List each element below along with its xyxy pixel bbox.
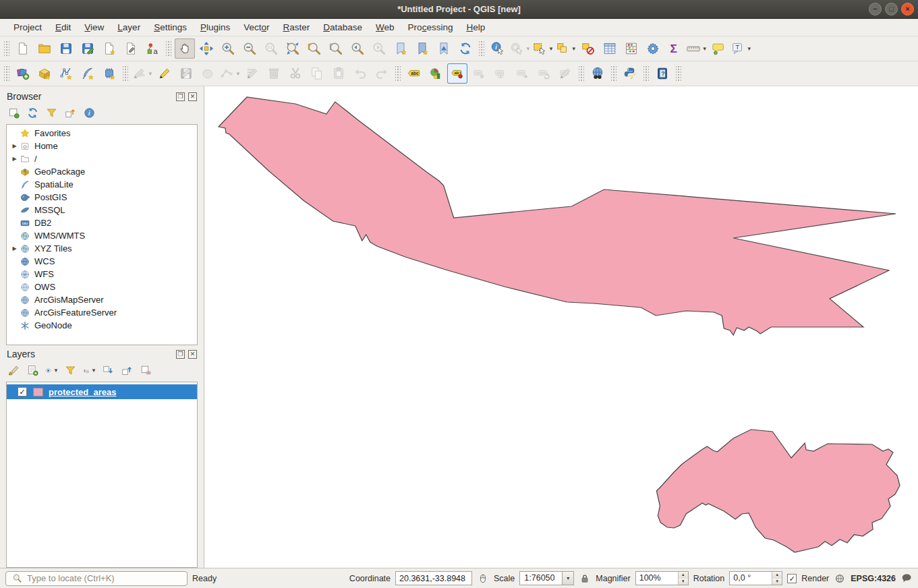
add-selected-layers-button[interactable] [7, 106, 21, 120]
messages-icon[interactable] [900, 572, 913, 585]
current-edits-button[interactable]: ▼ [132, 63, 153, 84]
layer-row-protected_areas[interactable]: ✓protected_areas [7, 384, 197, 399]
browser-item-wcs[interactable]: WCS [7, 255, 197, 268]
new-project-button[interactable] [13, 38, 33, 59]
layers-close-button[interactable]: ✕ [188, 350, 197, 359]
show-layout-manager-button[interactable] [121, 38, 141, 59]
modify-attributes-button[interactable] [242, 63, 262, 84]
magnifier-spinbox[interactable]: 100% ▲▼ [635, 571, 689, 585]
identify-features-button[interactable]: i [488, 38, 508, 59]
browser-item-wfs[interactable]: VWFS [7, 268, 197, 281]
dropdown-arrow-icon[interactable]: ▼ [525, 46, 531, 52]
zoom-last-button[interactable] [347, 38, 368, 59]
browser-item--[interactable]: ▶/ [7, 152, 197, 165]
menu-settings[interactable]: Settings [147, 20, 194, 35]
dropdown-arrow-icon[interactable]: ▼ [747, 46, 752, 52]
layer-visibility-checkbox[interactable]: ✓ [18, 387, 27, 396]
text-annotation-button[interactable]: T▼ [730, 38, 752, 59]
cut-features-button[interactable] [285, 63, 306, 84]
open-attribute-table-button[interactable] [600, 38, 620, 59]
browser-item-mssql[interactable]: MSSQL [7, 204, 197, 216]
layer-labeling-button[interactable]: abc [404, 63, 424, 84]
expander-icon[interactable]: ▶ [10, 143, 19, 149]
browser-item-geopackage[interactable]: GeoPackage [7, 165, 197, 178]
browser-float-button[interactable]: ❐ [176, 92, 185, 101]
menu-view[interactable]: View [78, 20, 111, 35]
browser-item-home[interactable]: ▶Home [7, 140, 197, 152]
measure-line-button[interactable]: ▼ [686, 38, 708, 59]
dropdown-arrow-icon[interactable]: ▼ [702, 46, 708, 52]
add-group-button[interactable] [26, 363, 40, 378]
dropdown-arrow-icon[interactable]: ▼ [148, 71, 153, 77]
save-layer-edits-button[interactable] [176, 63, 196, 84]
layers-float-button[interactable]: ❐ [176, 350, 185, 359]
metasearch-button[interactable] [587, 63, 608, 84]
move-label-button[interactable]: abc [512, 63, 532, 84]
filter-browser-button[interactable] [45, 106, 59, 120]
open-layer-styling-button[interactable] [7, 363, 21, 378]
browser-item-db2[interactable]: DB2DB2 [7, 216, 197, 229]
redo-button[interactable] [372, 63, 392, 84]
dropdown-arrow-icon[interactable]: ▼ [548, 46, 554, 52]
map-canvas[interactable] [204, 86, 918, 568]
titlebar[interactable]: *Untitled Project - QGIS [new] −□× [0, 0, 918, 19]
refresh-browser-button[interactable] [26, 106, 40, 120]
refresh-map-button[interactable] [455, 38, 476, 59]
browser-item-spatialite[interactable]: SpatiaLite [7, 178, 197, 191]
browser-item-wms-wmts[interactable]: WMS/WMTS [7, 229, 197, 242]
new-geopackage-layer-button[interactable] [34, 63, 55, 84]
rotation-spinbox[interactable]: 0,0 ° ▲▼ [729, 571, 782, 585]
magnifier-spin-buttons[interactable]: ▲▼ [678, 572, 688, 585]
new-shapefile-layer-button[interactable] [56, 63, 76, 84]
dropdown-arrow-icon[interactable]: ▼ [571, 46, 577, 52]
render-checkbox[interactable]: ✓ [787, 574, 797, 583]
expander-icon[interactable]: ▶ [10, 245, 19, 252]
toggle-editing-button[interactable] [154, 63, 175, 84]
map-tips-button[interactable] [709, 38, 729, 59]
browser-close-button[interactable]: ✕ [188, 92, 197, 101]
browser-item-postgis[interactable]: PostGIS [7, 191, 197, 204]
save-project-button[interactable] [56, 38, 76, 59]
select-features-button[interactable]: ▼ [532, 38, 554, 59]
vertex-tool-button[interactable]: ▼ [219, 63, 241, 84]
properties-button[interactable]: i [82, 106, 96, 120]
extents-tracking-icon[interactable] [477, 572, 489, 585]
close-button[interactable]: × [901, 3, 914, 16]
menu-layer[interactable]: Layer [111, 20, 147, 35]
menu-plugins[interactable]: Plugins [194, 20, 237, 35]
open-project-button[interactable] [34, 38, 55, 59]
pan-map-button[interactable] [175, 38, 195, 59]
rotation-spin-buttons[interactable]: ▲▼ [772, 572, 782, 585]
search-input[interactable] [27, 573, 182, 583]
zoom-to-selection-button[interactable] [304, 38, 324, 59]
save-project-as-button[interactable] [78, 38, 98, 59]
menu-database[interactable]: Database [316, 20, 369, 35]
remove-layer-button[interactable] [139, 363, 153, 378]
change-label-button[interactable]: abc [555, 63, 575, 84]
add-polygon-feature-button[interactable] [198, 63, 218, 84]
dropdown-arrow-icon[interactable]: ▼ [91, 368, 96, 374]
processing-toolbox-button[interactable] [643, 38, 663, 59]
menu-project[interactable]: Project [7, 20, 49, 35]
style-manager-button[interactable]: a [142, 38, 163, 59]
dropdown-arrow-icon[interactable]: ▼ [235, 71, 241, 77]
pin-labels-button[interactable]: ab [447, 63, 467, 84]
python-console-button[interactable] [620, 63, 640, 84]
layer-diagram-button[interactable] [426, 63, 446, 84]
menu-processing[interactable]: Processing [401, 20, 460, 35]
filter-legend-button[interactable] [63, 363, 78, 378]
pan-to-selection-button[interactable] [196, 38, 217, 59]
filter-by-expression-button[interactable]: ε▼ [82, 363, 96, 378]
highlight-pinned-labels-button[interactable]: abc [469, 63, 489, 84]
show-bookmarks-button[interactable] [412, 38, 432, 59]
field-calculator-button[interactable] [621, 38, 641, 59]
zoom-native-button[interactable]: 1:1 [261, 38, 281, 59]
coordinate-input[interactable] [395, 571, 472, 585]
copy-features-button[interactable] [307, 63, 327, 84]
deselect-features-button[interactable] [578, 38, 598, 59]
new-virtual-layer-button[interactable] [99, 63, 119, 84]
expander-icon[interactable]: ▶ [10, 156, 19, 162]
collapse-all-layers-button[interactable] [120, 363, 134, 378]
browser-item-ows[interactable]: OWS [7, 281, 197, 293]
run-feature-action-button[interactable]: ▼ [509, 38, 531, 59]
